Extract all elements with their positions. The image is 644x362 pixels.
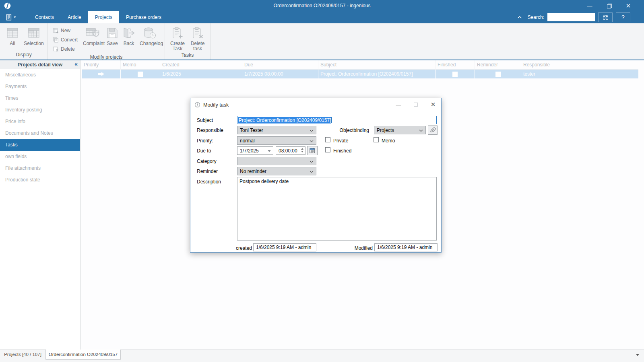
reminder-checkbox[interactable] <box>495 72 501 77</box>
tasks-table-header: Priority Memo Created Due Subject Finish… <box>82 60 638 70</box>
created-label: created <box>228 245 252 251</box>
sidebar-item-miscellaneous[interactable]: Miscellaneous <box>0 69 80 81</box>
tab-purchase-orders[interactable]: Purchase orders <box>119 11 168 23</box>
column-header-subject[interactable]: Subject <box>318 60 436 69</box>
app-menu-button[interactable] <box>0 11 21 23</box>
sidebar-item-times[interactable]: Times <box>0 93 80 104</box>
attachment-button[interactable] <box>428 125 438 135</box>
sidebar-item-tasks[interactable]: Tasks <box>0 139 80 151</box>
chevron-down-icon <box>310 130 314 132</box>
new-button[interactable]: New <box>51 26 79 35</box>
projects-detail-sidebar: Projects detail view « Miscellaneous Pay… <box>0 60 80 350</box>
created-cell: 1/6/2025 <box>160 70 242 78</box>
private-label: Private <box>333 138 348 144</box>
doc-tab-projects[interactable]: Projects [40 / 107] <box>0 350 45 360</box>
delete-task-button[interactable]: Delete task <box>188 25 208 51</box>
paperclip-icon <box>429 127 436 134</box>
sidebar-item-inventory-posting[interactable]: Inventory posting <box>0 104 80 116</box>
finished-checkbox-dialog[interactable] <box>325 147 330 152</box>
column-header-due[interactable]: Due <box>242 60 318 69</box>
help-button[interactable]: ? <box>616 12 630 22</box>
convert-icon <box>53 37 59 43</box>
ribbon-group-modify-projects: New Convert Delete <box>48 23 165 60</box>
date-dropdown-icon <box>268 150 271 152</box>
selection-button[interactable]: Selection <box>23 25 45 46</box>
due-time-input[interactable]: 08:00:00 <box>276 146 305 155</box>
advanced-search-button[interactable] <box>598 12 613 22</box>
tasks-table: Priority Memo Created Due Subject Finish… <box>82 60 638 78</box>
sidebar-header: Projects detail view « <box>0 60 80 69</box>
column-header-created[interactable]: Created <box>160 60 242 69</box>
dialog-title-bar[interactable]: Modify task — ✕ <box>190 98 441 112</box>
sidebar-item-own-fields[interactable]: own fields <box>0 151 80 162</box>
due-to-label: Due to <box>197 148 211 154</box>
save-button[interactable]: Save <box>104 25 120 46</box>
finished-checkbox[interactable] <box>452 72 458 77</box>
dialog-close-icon[interactable]: ✕ <box>429 101 437 109</box>
due-date-input[interactable]: 1/7/2025 <box>237 146 273 155</box>
time-spinner[interactable] <box>301 148 303 152</box>
column-header-memo[interactable]: Memo <box>121 60 160 69</box>
restore-window-icon[interactable] <box>605 1 613 10</box>
dialog-maximize-icon <box>412 101 420 109</box>
calendar-button[interactable] <box>307 146 318 155</box>
description-textarea[interactable]: Postpone delivery date <box>237 177 437 241</box>
memo-checkbox[interactable] <box>138 72 143 77</box>
sidebar-item-documents-and-notes[interactable]: Documents and Notes <box>0 128 80 139</box>
responsible-dropdown[interactable]: Toni Tester <box>237 126 316 134</box>
private-checkbox[interactable] <box>325 137 330 142</box>
column-header-finished[interactable]: Finished <box>436 60 475 69</box>
tab-article[interactable]: Article <box>61 11 88 23</box>
search-label: Search: <box>528 14 544 20</box>
delete-task-icon <box>191 26 204 40</box>
memo-checkbox-dialog[interactable] <box>374 137 379 142</box>
complaint-button[interactable]: Complaint <box>82 25 104 46</box>
table-all-icon <box>6 26 19 40</box>
sidebar-item-price-info[interactable]: Price info <box>0 116 80 128</box>
sidebar-collapse-icon[interactable]: « <box>74 61 78 67</box>
ribbon-toolbar: All Selection Display Ne <box>0 23 644 60</box>
search-input[interactable] <box>547 13 595 21</box>
created-value-box: 1/6/2025 9:19 AM - admin <box>253 243 316 251</box>
calendar-icon <box>309 147 316 154</box>
delete-button[interactable]: Delete <box>51 44 79 53</box>
category-dropdown[interactable] <box>237 157 316 165</box>
ribbon-group-display: All Selection Display <box>0 23 48 60</box>
sidebar-item-payments[interactable]: Payments <box>0 81 80 93</box>
minimize-window-icon[interactable]: — <box>585 1 594 10</box>
reminder-value: No reminder <box>240 169 266 174</box>
subject-input[interactable]: Project: Orderconfirmation [O202409/0157… <box>237 116 437 124</box>
menu-bar: Contacts Article Projects Purchase order… <box>0 11 644 23</box>
sidebar-item-production-state[interactable]: Production state <box>0 174 80 186</box>
changelog-button[interactable]: Changelog <box>137 25 162 46</box>
tab-projects[interactable]: Projects <box>88 11 119 23</box>
dialog-minimize-icon[interactable]: — <box>394 101 402 109</box>
responsible-cell: tester <box>521 70 638 78</box>
priority-dropdown[interactable]: normal <box>237 136 316 145</box>
table-selection-icon <box>27 26 40 40</box>
tab-contacts[interactable]: Contacts <box>28 11 61 23</box>
sidebar-item-file-attachments[interactable]: File attachments <box>0 162 80 174</box>
collapse-ribbon-icon[interactable] <box>517 16 522 19</box>
delete-icon <box>53 46 59 52</box>
responsible-label: Responsible <box>197 128 223 133</box>
reminder-dropdown[interactable]: No reminder <box>237 167 316 175</box>
chevron-down-icon <box>419 130 423 132</box>
back-button[interactable]: Back <box>120 25 137 46</box>
objectbinding-dropdown[interactable]: Projects <box>374 126 426 134</box>
all-button[interactable]: All <box>2 25 23 46</box>
tab-list-dropdown-icon[interactable] <box>636 356 639 362</box>
finished-label: Finished <box>333 148 351 154</box>
column-header-reminder[interactable]: Reminder <box>475 60 521 69</box>
create-task-button[interactable]: Create Task <box>167 25 188 51</box>
spin-up-icon <box>301 148 303 150</box>
column-header-responsible[interactable]: Responsible <box>521 60 638 69</box>
close-window-icon[interactable]: ✕ <box>624 1 633 10</box>
task-row-selected[interactable]: 1/6/2025 1/7/2025 08:00:00 Project: Orde… <box>82 70 638 78</box>
column-header-priority[interactable]: Priority <box>82 60 121 69</box>
doc-tab-orderconfirmation[interactable]: Orderconfirmation O202409/0157 <box>45 350 121 360</box>
convert-button[interactable]: Convert <box>51 35 79 44</box>
ribbon-group-label-display: Display <box>2 51 45 60</box>
spin-down-icon <box>301 151 303 152</box>
dialog-logo-icon <box>194 102 200 108</box>
